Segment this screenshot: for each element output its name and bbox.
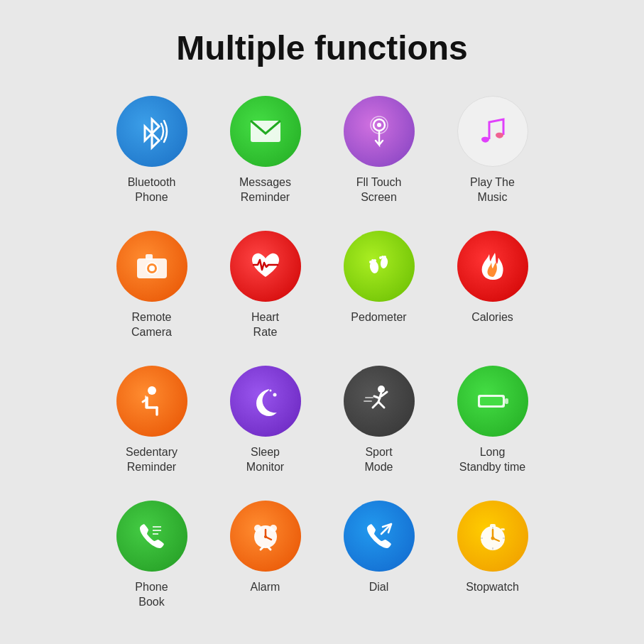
- phone-book-icon: [116, 501, 187, 572]
- page-title: Multiple functions: [176, 28, 468, 67]
- svg-point-31: [264, 535, 267, 538]
- heart-rate-icon: [230, 231, 301, 302]
- stopwatch-label: Stopwatch: [466, 580, 519, 595]
- feature-alarm: Alarm: [209, 493, 322, 628]
- svg-rect-21: [505, 398, 508, 404]
- feature-sedentary-reminder: SedentaryReminder: [95, 359, 209, 493]
- messages-reminder-label: MessagesReminder: [239, 175, 291, 205]
- sleep-monitor-label: SleepMonitor: [246, 445, 284, 475]
- alarm-icon: [230, 501, 301, 572]
- svg-rect-7: [146, 254, 153, 260]
- feature-stopwatch: Stopwatch: [436, 493, 550, 628]
- phone-book-label: PhoneBook: [135, 580, 168, 610]
- svg-point-38: [491, 537, 494, 540]
- fll-touch-screen-icon: [344, 96, 415, 167]
- calories-icon: [457, 231, 528, 302]
- long-standby-icon: [457, 366, 528, 437]
- heart-rate-label: HeartRate: [251, 310, 279, 340]
- svg-point-15: [383, 256, 386, 258]
- bluetooth-phone-label: BluetoothPhone: [128, 175, 176, 205]
- stopwatch-icon: [457, 501, 528, 572]
- svg-point-17: [273, 393, 276, 397]
- feature-sleep-monitor: SleepMonitor: [209, 359, 322, 493]
- feature-messages-reminder: MessagesReminder: [209, 89, 322, 224]
- alarm-label: Alarm: [251, 580, 280, 595]
- sedentary-reminder-label: SedentaryReminder: [126, 445, 178, 475]
- svg-point-6: [149, 266, 155, 271]
- bluetooth-phone-icon: [116, 96, 187, 167]
- feature-sport-mode: SportMode: [322, 359, 436, 493]
- svg-rect-22: [480, 397, 503, 405]
- sleep-monitor-icon: [230, 366, 301, 437]
- feature-fll-touch-screen: Fll TouchScreen: [322, 89, 436, 224]
- svg-point-12: [373, 259, 376, 262]
- svg-point-18: [269, 390, 271, 392]
- pedometer-label: Pedometer: [351, 310, 406, 325]
- svg-rect-35: [501, 528, 505, 530]
- feature-heart-rate: HeartRate: [209, 224, 322, 359]
- messages-reminder-icon: [230, 96, 301, 167]
- play-the-music-label: Play TheMusic: [470, 175, 515, 205]
- svg-point-28: [270, 525, 277, 532]
- calories-label: Calories: [471, 310, 513, 325]
- dial-icon: [344, 501, 415, 572]
- feature-calories: Calories: [436, 224, 550, 359]
- svg-point-27: [254, 525, 261, 532]
- features-grid: BluetoothPhone MessagesReminder Fll Touc…: [95, 89, 550, 628]
- sport-mode-label: SportMode: [364, 445, 393, 475]
- fll-touch-screen-label: Fll TouchScreen: [356, 175, 402, 205]
- sport-mode-icon: [344, 366, 415, 437]
- svg-point-16: [148, 386, 156, 395]
- feature-remote-camera: RemoteCamera: [95, 224, 209, 359]
- feature-phone-book: PhoneBook: [95, 493, 209, 628]
- remote-camera-icon: [116, 231, 187, 302]
- feature-bluetooth-phone: BluetoothPhone: [95, 89, 209, 224]
- feature-pedometer: Pedometer: [322, 224, 436, 359]
- remote-camera-label: RemoteCamera: [131, 310, 172, 340]
- long-standby-label: LongStandby time: [459, 445, 525, 475]
- dial-label: Dial: [369, 580, 389, 595]
- sedentary-reminder-icon: [116, 366, 187, 437]
- play-the-music-icon: [457, 96, 528, 167]
- feature-long-standby: LongStandby time: [436, 359, 550, 493]
- pedometer-icon: [344, 231, 415, 302]
- feature-dial: Dial: [322, 493, 436, 628]
- feature-play-the-music: Play TheMusic: [436, 89, 550, 224]
- svg-point-2: [377, 123, 381, 127]
